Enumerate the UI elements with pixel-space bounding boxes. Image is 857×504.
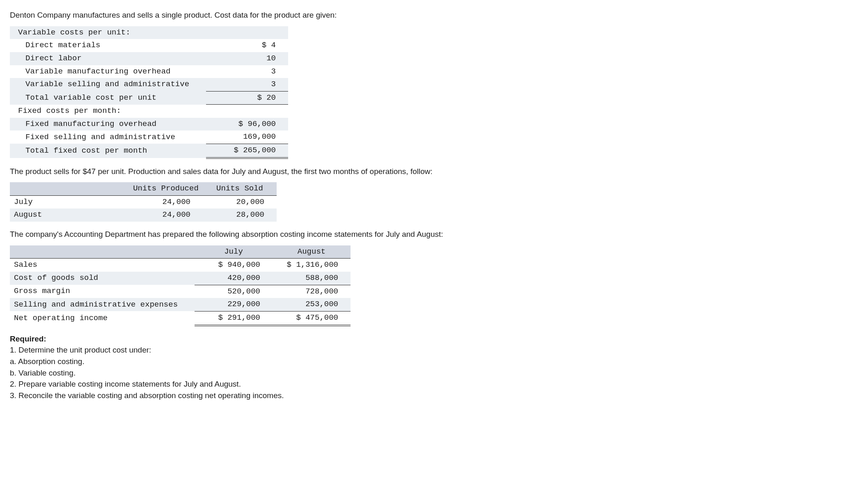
cost-data-table: Variable costs per unit: Direct material… <box>10 26 288 159</box>
income-header-august: August <box>273 245 351 259</box>
table-row: Fixed selling and administrative <box>10 131 206 144</box>
paragraph-absorption-intro: The company's Accounting Department has … <box>10 229 847 240</box>
units-header-sold: Units Sold <box>203 182 277 195</box>
variable-total-value: $ 20 <box>206 91 288 105</box>
units-header-produced: Units Produced <box>129 182 203 195</box>
table-cell: 229,000 <box>195 298 273 311</box>
table-row: Direct labor <box>10 52 206 65</box>
required-line: 2. Prepare variable costing income state… <box>10 379 847 389</box>
noi-label: Net operating income <box>10 311 195 325</box>
table-cell: 20,000 <box>203 195 277 208</box>
table-row: Selling and administrative expenses <box>10 298 195 311</box>
table-cell: 520,000 <box>195 285 273 298</box>
required-section: Required: 1. Determine the unit product … <box>10 334 847 401</box>
required-title: Required: <box>10 334 847 344</box>
noi-august: $ 475,000 <box>273 311 351 325</box>
table-row: Cost of goods sold <box>10 272 195 285</box>
variable-header: Variable costs per unit: <box>10 26 206 39</box>
table-cell: 24,000 <box>129 195 203 208</box>
units-table: Units Produced Units Sold July 24,000 20… <box>10 182 277 222</box>
paragraph-sales-info: The product sells for $47 per unit. Prod… <box>10 166 847 177</box>
table-row: Fixed manufacturing overhead <box>10 118 206 131</box>
table-cell: $ 1,316,000 <box>273 259 351 272</box>
table-cell: 588,000 <box>273 272 351 285</box>
noi-july: $ 291,000 <box>195 311 273 325</box>
fixed-header: Fixed costs per month: <box>10 105 206 118</box>
table-row: Direct materials <box>10 39 206 52</box>
required-line: a. Absorption costing. <box>10 356 847 367</box>
income-statement-table: July August Sales $ 940,000 $ 1,316,000 … <box>10 245 351 326</box>
table-cell: 253,000 <box>273 298 351 311</box>
table-row: Gross margin <box>10 285 195 298</box>
fixed-total-label: Total fixed cost per month <box>10 144 206 158</box>
table-cell: $ 96,000 <box>206 118 288 131</box>
required-line: 1. Determine the unit product cost under… <box>10 345 847 355</box>
table-row: July <box>10 195 129 208</box>
table-cell: $ 4 <box>206 39 288 52</box>
table-cell: 169,000 <box>206 131 288 144</box>
units-header-blank <box>10 182 129 195</box>
income-header-blank <box>10 245 195 259</box>
table-cell: 728,000 <box>273 285 351 298</box>
table-cell: 3 <box>206 78 288 91</box>
table-cell: 10 <box>206 52 288 65</box>
table-cell: 420,000 <box>195 272 273 285</box>
fixed-total-value: $ 265,000 <box>206 144 288 158</box>
table-cell: 24,000 <box>129 208 203 222</box>
table-row: Variable selling and administrative <box>10 78 206 91</box>
table-row: Variable manufacturing overhead <box>10 65 206 78</box>
table-cell: $ 940,000 <box>195 259 273 272</box>
intro-text: Denton Company manufactures and sells a … <box>10 10 847 21</box>
table-row: Sales <box>10 259 195 272</box>
required-line: 3. Reconcile the variable costing and ab… <box>10 390 847 401</box>
income-header-july: July <box>195 245 273 259</box>
table-cell: 28,000 <box>203 208 277 222</box>
table-cell: 3 <box>206 65 288 78</box>
required-line: b. Variable costing. <box>10 368 847 378</box>
table-row: August <box>10 208 129 222</box>
variable-total-label: Total variable cost per unit <box>10 91 206 105</box>
